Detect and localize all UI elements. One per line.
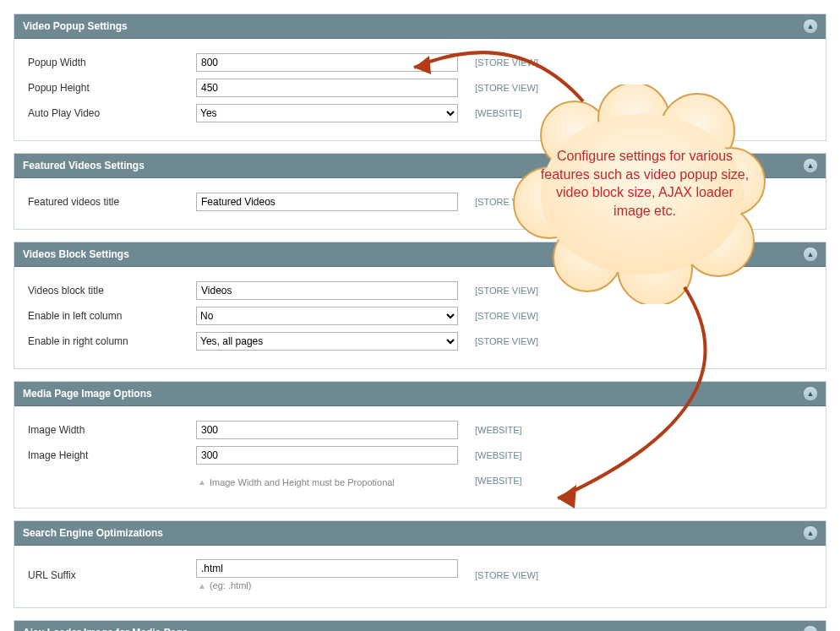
section-header[interactable]: Featured Videos Settings ▲ [14, 154, 826, 178]
label-autoplay: Auto Play Video [23, 107, 196, 119]
enable-right-select[interactable]: Yes, all pages [196, 332, 458, 351]
url-suffix-input[interactable] [196, 559, 458, 578]
label-enable-right: Enable in right column [23, 335, 196, 347]
note-proportional: ▲Image Width and Height must be Propotio… [196, 477, 466, 487]
collapse-icon[interactable]: ▲ [804, 248, 817, 261]
arrow-to-popup-icon [397, 34, 592, 127]
image-width-input[interactable] [196, 421, 458, 439]
collapse-icon[interactable]: ▲ [804, 159, 817, 172]
section-title: Featured Videos Settings [23, 160, 145, 171]
section-title: Media Page Image Options [23, 388, 152, 400]
scope-label: [STORE VIEW] [466, 570, 568, 580]
arrow-to-seo-icon [524, 279, 761, 515]
svg-marker-11 [558, 485, 576, 509]
triangle-icon: ▲ [198, 477, 206, 487]
section-title: Ajax Loader Image for Media Page [23, 627, 188, 631]
section-header[interactable]: Videos Block Settings ▲ [14, 242, 826, 267]
label-popup-height: Popup Height [23, 82, 196, 94]
label-image-width: Image Width [23, 424, 196, 436]
collapse-icon[interactable]: ▲ [804, 526, 817, 540]
triangle-icon: ▲ [198, 581, 206, 590]
section-title: Videos Block Settings [23, 248, 129, 260]
featured-title-input[interactable] [196, 193, 458, 211]
label-block-title: Videos block title [23, 285, 196, 296]
label-url-suffix: URL Suffix [23, 569, 196, 581]
image-height-input[interactable] [196, 446, 458, 465]
block-title-input[interactable] [196, 281, 458, 300]
collapse-icon[interactable]: ▲ [804, 387, 817, 400]
label-featured-title: Featured videos title [23, 196, 196, 208]
scope-label: [STORE VIEW] [466, 197, 568, 207]
collapse-icon[interactable]: ▲ [804, 19, 817, 33]
section-seo: Search Engine Optimizations ▲ URL Suffix… [14, 520, 826, 608]
label-enable-left: Enable in left column [23, 310, 196, 322]
section-featured-videos: Featured Videos Settings ▲ Featured vide… [14, 153, 826, 230]
section-body: URL Suffix ▲(eg: .html) [STORE VIEW] [14, 546, 826, 607]
section-header[interactable]: Ajax Loader Image for Media Page ▲ [14, 621, 826, 631]
collapse-icon[interactable]: ▲ [804, 626, 817, 631]
section-header[interactable]: Search Engine Optimizations ▲ [14, 521, 826, 546]
label-image-height: Image Height [23, 449, 196, 461]
enable-left-select[interactable]: No [196, 307, 458, 325]
section-ajax-loader: Ajax Loader Image for Media Page ▲ Image… [14, 620, 826, 631]
label-popup-width: Popup Width [23, 57, 196, 68]
section-body: Featured videos title [STORE VIEW] [14, 178, 826, 229]
section-title: Search Engine Optimizations [23, 527, 163, 539]
section-title: Video Popup Settings [23, 20, 128, 32]
note-eg-html: ▲(eg: .html) [196, 580, 466, 590]
